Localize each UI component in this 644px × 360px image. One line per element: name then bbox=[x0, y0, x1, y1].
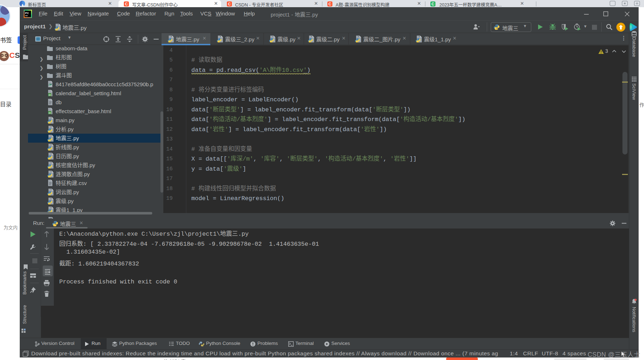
svg-text:PC: PC bbox=[25, 11, 29, 15]
